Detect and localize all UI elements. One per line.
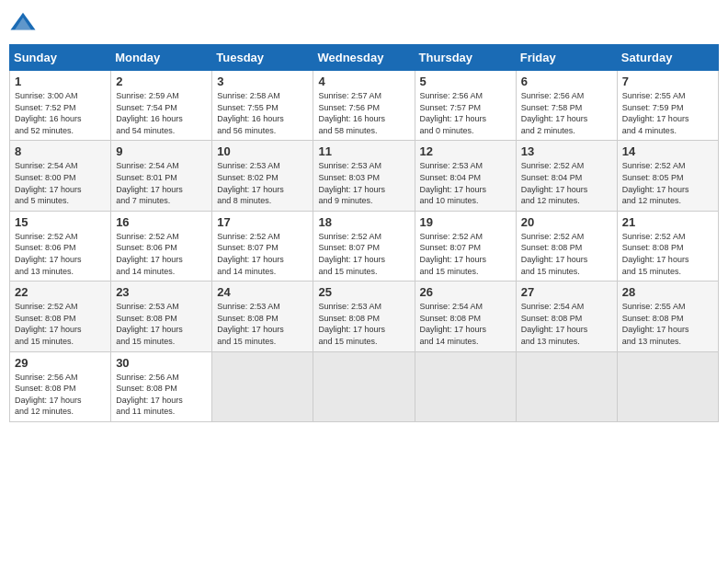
calendar-cell: 30Sunrise: 2:56 AM Sunset: 8:08 PM Dayli… <box>111 351 212 421</box>
calendar-cell: 12Sunrise: 2:53 AM Sunset: 8:04 PM Dayli… <box>415 141 516 211</box>
day-info: Sunrise: 3:00 AM Sunset: 7:52 PM Dayligh… <box>15 90 106 136</box>
day-number: 24 <box>217 285 308 299</box>
calendar-cell: 22Sunrise: 2:52 AM Sunset: 8:08 PM Dayli… <box>10 282 111 351</box>
day-info: Sunrise: 2:53 AM Sunset: 8:03 PM Dayligh… <box>318 160 409 206</box>
day-number: 17 <box>217 215 308 229</box>
day-number: 26 <box>420 285 511 299</box>
day-info: Sunrise: 2:52 AM Sunset: 8:07 PM Dayligh… <box>217 231 308 277</box>
day-number: 5 <box>420 75 511 88</box>
calendar-cell: 27Sunrise: 2:54 AM Sunset: 8:08 PM Dayli… <box>516 282 617 351</box>
calendar-cell: 14Sunrise: 2:52 AM Sunset: 8:05 PM Dayli… <box>617 141 718 211</box>
day-info: Sunrise: 2:56 AM Sunset: 8:08 PM Dayligh… <box>15 372 106 418</box>
calendar-week-1: 1Sunrise: 3:00 AM Sunset: 7:52 PM Daylig… <box>10 71 719 141</box>
calendar-cell: 16Sunrise: 2:52 AM Sunset: 8:06 PM Dayli… <box>111 211 212 281</box>
header-tuesday: Tuesday <box>212 45 313 71</box>
day-info: Sunrise: 2:52 AM Sunset: 8:08 PM Dayligh… <box>521 231 612 277</box>
day-number: 4 <box>318 75 409 88</box>
day-info: Sunrise: 2:53 AM Sunset: 8:02 PM Dayligh… <box>217 160 308 206</box>
day-info: Sunrise: 2:54 AM Sunset: 8:00 PM Dayligh… <box>15 160 106 206</box>
calendar-cell: 9Sunrise: 2:54 AM Sunset: 8:01 PM Daylig… <box>111 141 212 211</box>
calendar-cell: 3Sunrise: 2:58 AM Sunset: 7:55 PM Daylig… <box>212 71 313 141</box>
calendar-cell: 26Sunrise: 2:54 AM Sunset: 8:08 PM Dayli… <box>415 282 516 351</box>
day-number: 1 <box>15 75 106 88</box>
calendar-cell: 1Sunrise: 3:00 AM Sunset: 7:52 PM Daylig… <box>10 71 111 141</box>
day-number: 7 <box>622 75 713 88</box>
calendar-cell: 29Sunrise: 2:56 AM Sunset: 8:08 PM Dayli… <box>10 351 111 421</box>
day-number: 18 <box>318 215 409 229</box>
day-info: Sunrise: 2:52 AM Sunset: 8:07 PM Dayligh… <box>318 231 409 277</box>
day-number: 14 <box>622 144 713 158</box>
calendar-cell: 5Sunrise: 2:56 AM Sunset: 7:57 PM Daylig… <box>415 71 516 141</box>
day-info: Sunrise: 2:59 AM Sunset: 7:54 PM Dayligh… <box>116 90 207 136</box>
day-number: 6 <box>521 75 612 88</box>
day-number: 28 <box>622 285 713 299</box>
day-number: 29 <box>15 356 106 370</box>
day-info: Sunrise: 2:52 AM Sunset: 8:06 PM Dayligh… <box>116 231 207 277</box>
day-number: 13 <box>521 144 612 158</box>
calendar-cell <box>415 351 516 421</box>
header-friday: Friday <box>516 45 617 71</box>
calendar-cell <box>212 351 313 421</box>
day-info: Sunrise: 2:53 AM Sunset: 8:04 PM Dayligh… <box>420 160 511 206</box>
calendar-week-4: 22Sunrise: 2:52 AM Sunset: 8:08 PM Dayli… <box>10 282 719 351</box>
calendar-cell: 28Sunrise: 2:55 AM Sunset: 8:08 PM Dayli… <box>617 282 718 351</box>
calendar-cell: 19Sunrise: 2:52 AM Sunset: 8:07 PM Dayli… <box>415 211 516 281</box>
calendar-cell: 23Sunrise: 2:53 AM Sunset: 8:08 PM Dayli… <box>111 282 212 351</box>
day-info: Sunrise: 2:54 AM Sunset: 8:08 PM Dayligh… <box>521 301 612 347</box>
calendar-cell: 21Sunrise: 2:52 AM Sunset: 8:08 PM Dayli… <box>617 211 718 281</box>
day-info: Sunrise: 2:55 AM Sunset: 8:08 PM Dayligh… <box>622 301 713 347</box>
calendar-cell: 6Sunrise: 2:56 AM Sunset: 7:58 PM Daylig… <box>516 71 617 141</box>
header-saturday: Saturday <box>617 45 718 71</box>
calendar-cell: 4Sunrise: 2:57 AM Sunset: 7:56 PM Daylig… <box>313 71 415 141</box>
calendar-cell: 24Sunrise: 2:53 AM Sunset: 8:08 PM Dayli… <box>212 282 313 351</box>
calendar-week-2: 8Sunrise: 2:54 AM Sunset: 8:00 PM Daylig… <box>10 141 719 211</box>
day-info: Sunrise: 2:58 AM Sunset: 7:55 PM Dayligh… <box>217 90 308 136</box>
calendar-cell: 11Sunrise: 2:53 AM Sunset: 8:03 PM Dayli… <box>313 141 415 211</box>
day-info: Sunrise: 2:54 AM Sunset: 8:01 PM Dayligh… <box>116 160 207 206</box>
day-info: Sunrise: 2:53 AM Sunset: 8:08 PM Dayligh… <box>217 301 308 347</box>
day-number: 15 <box>15 215 106 229</box>
calendar-cell: 18Sunrise: 2:52 AM Sunset: 8:07 PM Dayli… <box>313 211 415 281</box>
calendar-cell <box>516 351 617 421</box>
day-number: 2 <box>116 75 207 88</box>
day-info: Sunrise: 2:57 AM Sunset: 7:56 PM Dayligh… <box>318 90 409 136</box>
calendar-table: SundayMondayTuesdayWednesdayThursdayFrid… <box>9 44 719 422</box>
header-sunday: Sunday <box>10 45 111 71</box>
logo-icon <box>9 9 37 37</box>
day-number: 12 <box>420 144 511 158</box>
day-info: Sunrise: 2:53 AM Sunset: 8:08 PM Dayligh… <box>116 301 207 347</box>
day-info: Sunrise: 2:52 AM Sunset: 8:08 PM Dayligh… <box>15 301 106 347</box>
day-info: Sunrise: 2:52 AM Sunset: 8:08 PM Dayligh… <box>622 231 713 277</box>
day-number: 8 <box>15 144 106 158</box>
day-number: 19 <box>420 215 511 229</box>
calendar-cell: 10Sunrise: 2:53 AM Sunset: 8:02 PM Dayli… <box>212 141 313 211</box>
day-number: 20 <box>521 215 612 229</box>
day-number: 30 <box>116 356 207 370</box>
calendar-cell: 8Sunrise: 2:54 AM Sunset: 8:00 PM Daylig… <box>10 141 111 211</box>
logo <box>9 9 40 37</box>
day-info: Sunrise: 2:52 AM Sunset: 8:04 PM Dayligh… <box>521 160 612 206</box>
calendar-week-3: 15Sunrise: 2:52 AM Sunset: 8:06 PM Dayli… <box>10 211 719 281</box>
calendar-week-5: 29Sunrise: 2:56 AM Sunset: 8:08 PM Dayli… <box>10 351 719 421</box>
day-info: Sunrise: 2:56 AM Sunset: 8:08 PM Dayligh… <box>116 372 207 418</box>
day-info: Sunrise: 2:53 AM Sunset: 8:08 PM Dayligh… <box>318 301 409 347</box>
calendar-cell: 15Sunrise: 2:52 AM Sunset: 8:06 PM Dayli… <box>10 211 111 281</box>
calendar-cell: 20Sunrise: 2:52 AM Sunset: 8:08 PM Dayli… <box>516 211 617 281</box>
day-info: Sunrise: 2:52 AM Sunset: 8:06 PM Dayligh… <box>15 231 106 277</box>
header-thursday: Thursday <box>415 45 516 71</box>
header-wednesday: Wednesday <box>313 45 415 71</box>
calendar-cell: 7Sunrise: 2:55 AM Sunset: 7:59 PM Daylig… <box>617 71 718 141</box>
page-header <box>9 9 719 37</box>
day-number: 3 <box>217 75 308 88</box>
calendar-cell: 17Sunrise: 2:52 AM Sunset: 8:07 PM Dayli… <box>212 211 313 281</box>
day-number: 9 <box>116 144 207 158</box>
day-number: 11 <box>318 144 409 158</box>
day-info: Sunrise: 2:56 AM Sunset: 7:57 PM Dayligh… <box>420 90 511 136</box>
day-number: 21 <box>622 215 713 229</box>
day-number: 10 <box>217 144 308 158</box>
day-number: 25 <box>318 285 409 299</box>
calendar-cell: 13Sunrise: 2:52 AM Sunset: 8:04 PM Dayli… <box>516 141 617 211</box>
calendar-cell: 2Sunrise: 2:59 AM Sunset: 7:54 PM Daylig… <box>111 71 212 141</box>
day-number: 16 <box>116 215 207 229</box>
day-info: Sunrise: 2:55 AM Sunset: 7:59 PM Dayligh… <box>622 90 713 136</box>
